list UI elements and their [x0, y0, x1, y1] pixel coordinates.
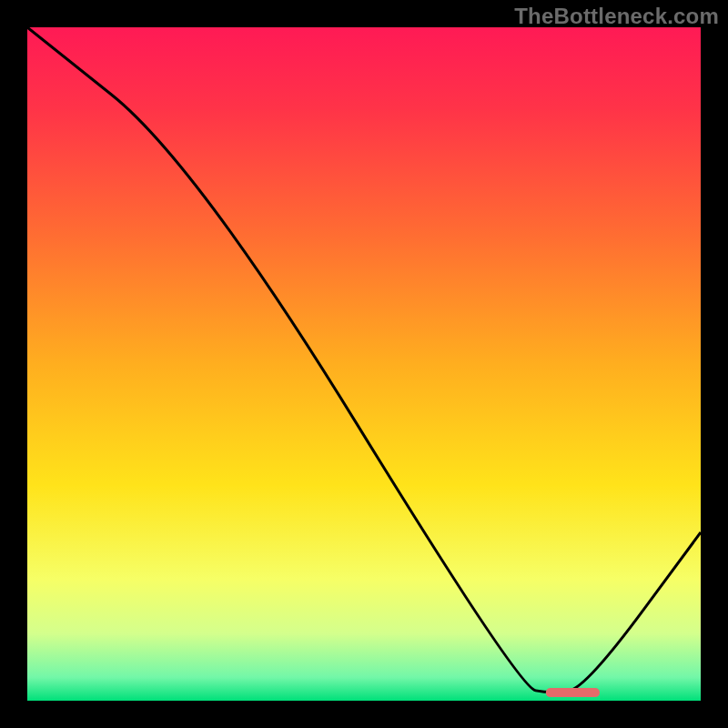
chart-frame: TheBottleneck.com: [0, 0, 728, 728]
watermark-text: TheBottleneck.com: [514, 4, 719, 29]
optimal-range-marker: [546, 688, 600, 697]
plot-area: [27, 27, 701, 701]
bottleneck-chart: [27, 27, 701, 701]
gradient-background: [27, 27, 701, 701]
